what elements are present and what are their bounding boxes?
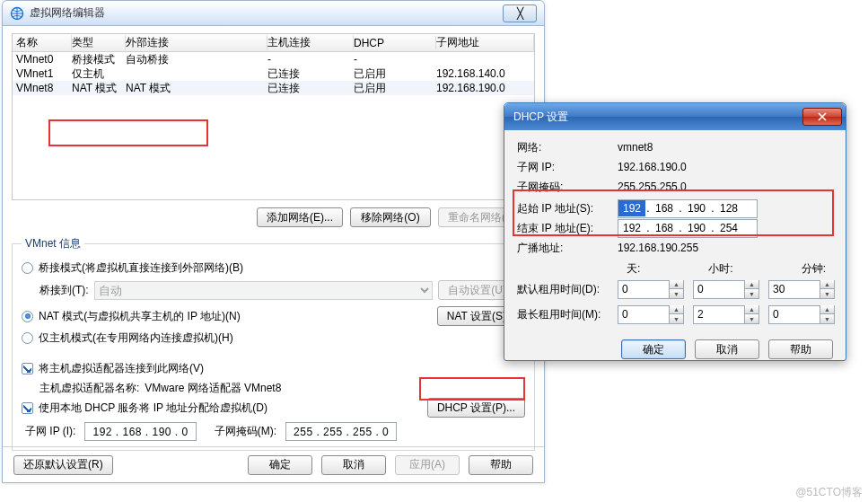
spin-input[interactable]	[769, 306, 820, 322]
spin-up-icon[interactable]: ▲	[820, 280, 834, 289]
radio-bridged[interactable]	[22, 262, 33, 274]
start-ip-input[interactable]: . . .	[618, 199, 758, 218]
subnet-mask-input[interactable]: 255 . 255 . 255 . 0	[285, 422, 397, 441]
spin-input[interactable]	[618, 306, 669, 322]
hours-header: 小时:	[708, 261, 732, 277]
spin-down-icon[interactable]: ▼	[820, 289, 834, 298]
cancel-button[interactable]: 取消	[321, 455, 386, 475]
close-button[interactable]	[802, 108, 842, 126]
checkbox-host-adapter[interactable]	[22, 363, 33, 374]
cell: VMnet0	[16, 53, 72, 66]
ok-button[interactable]: 确定	[248, 455, 312, 475]
remove-network-button[interactable]: 移除网络(O)	[350, 207, 431, 227]
close-window-button[interactable]: ╳	[503, 4, 537, 22]
ip-octet[interactable]	[715, 220, 742, 236]
radio-nat[interactable]	[22, 311, 33, 322]
ip-octet[interactable]	[618, 220, 645, 236]
host-adapter-name-value: VMware 网络适配器 VMnet8	[145, 381, 281, 396]
spin-up-icon[interactable]: ▲	[744, 280, 758, 289]
spin-up-icon[interactable]: ▲	[820, 305, 834, 314]
cell: 自动桥接	[126, 52, 267, 67]
max-lease-hours[interactable]: ▲▼	[693, 305, 759, 324]
popup-ok-button[interactable]: 确定	[621, 339, 686, 359]
spin-up-icon[interactable]: ▲	[669, 280, 683, 289]
cell: 192.168.190.0	[436, 82, 534, 94]
add-network-button[interactable]: 添加网络(E)...	[257, 207, 343, 227]
start-ip-label: 起始 IP 地址(S):	[517, 201, 618, 216]
subnet-ip-input[interactable]: 192 . 168 . 190 . 0	[84, 422, 196, 441]
radio-bridged-label: 桥接模式(将虚拟机直接连接到外部网络)(B)	[39, 260, 243, 276]
col-dhcp: DHCP	[354, 37, 436, 49]
cell: VMnet1	[16, 67, 72, 80]
spin-up-icon[interactable]: ▲	[744, 305, 758, 314]
popup-cancel-button[interactable]: 取消	[695, 339, 759, 359]
spin-up-icon[interactable]: ▲	[669, 305, 683, 314]
bridge-to-label: 桥接到(T):	[39, 283, 89, 298]
checkbox-dhcp[interactable]	[22, 402, 33, 414]
spin-down-icon[interactable]: ▼	[820, 314, 834, 323]
cell: NAT 模式	[126, 81, 267, 96]
cell: 192.168.140.0	[436, 67, 534, 80]
bridge-to-select: 自动	[94, 281, 434, 300]
spin-down-icon[interactable]: ▼	[669, 289, 683, 298]
table-row[interactable]: VMnet0 桥接模式 自动桥接 - -	[13, 52, 534, 66]
end-ip-input[interactable]: . . .	[618, 219, 758, 238]
table-row[interactable]: VMnet8 NAT 模式 NAT 模式 已连接 已启用 192.168.190…	[13, 81, 534, 95]
broadcast-label: 广播地址:	[517, 241, 618, 256]
cell: VMnet8	[16, 82, 72, 94]
fieldset-legend: VMnet 信息	[22, 236, 84, 251]
watermark: @51CTO博客	[795, 485, 863, 500]
col-subnet: 子网地址	[436, 35, 534, 50]
cell: 已连接	[267, 81, 354, 96]
popup-help-button[interactable]: 帮助	[768, 339, 833, 359]
col-host: 主机连接	[267, 35, 354, 50]
cell: 仅主机	[72, 66, 126, 82]
default-lease-hours[interactable]: ▲▼	[693, 280, 759, 299]
col-external: 外部连接	[126, 35, 267, 50]
spin-input[interactable]	[618, 281, 669, 297]
table-row[interactable]: VMnet1 仅主机 已连接 已启用 192.168.140.0	[13, 66, 534, 81]
ip-octet[interactable]	[683, 220, 710, 236]
max-lease-days[interactable]: ▲▼	[618, 305, 684, 324]
network-table[interactable]: 名称 类型 外部连接 主机连接 DHCP 子网地址 VMnet0 桥接模式 自动…	[12, 33, 535, 200]
max-lease-label: 最长租用时间(M):	[517, 307, 609, 322]
subnet-ip-value: 192.168.190.0	[618, 161, 687, 173]
default-lease-minutes[interactable]: ▲▼	[768, 280, 835, 299]
cell: -	[354, 53, 436, 66]
apply-button: 应用(A)	[395, 455, 460, 475]
popup-title: DHCP 设置	[513, 110, 802, 125]
dhcp-settings-dialog: DHCP 设置 网络:vmnet8 子网 IP:192.168.190.0 子网…	[504, 102, 846, 361]
subnet-mask-label: 子网掩码:	[517, 180, 618, 195]
spin-down-icon[interactable]: ▼	[669, 314, 683, 323]
help-button[interactable]: 帮助	[469, 455, 533, 475]
ip-octet[interactable]	[618, 200, 645, 216]
ip-octet[interactable]	[651, 200, 678, 216]
table-header: 名称 类型 外部连接 主机连接 DHCP 子网地址	[13, 34, 534, 52]
spin-down-icon[interactable]: ▼	[744, 289, 758, 298]
subnet-ip-label: 子网 IP:	[517, 160, 618, 175]
spin-down-icon[interactable]: ▼	[744, 314, 758, 323]
radio-hostonly[interactable]	[22, 332, 33, 344]
restore-defaults-button[interactable]: 还原默认设置(R)	[13, 455, 113, 475]
dialog-buttons: 还原默认设置(R) 确定 取消 应用(A) 帮助	[3, 446, 544, 482]
window-title: 虚拟网络编辑器	[30, 5, 499, 21]
dhcp-settings-button[interactable]: DHCP 设置(P)...	[427, 398, 525, 418]
radio-hostonly-label: 仅主机模式(在专用网络内连接虚拟机)(H)	[39, 330, 233, 346]
default-lease-days[interactable]: ▲▼	[618, 280, 684, 299]
broadcast-value: 192.168.190.255	[618, 242, 698, 254]
spin-input[interactable]	[694, 306, 744, 322]
spin-input[interactable]	[694, 281, 744, 297]
max-lease-minutes[interactable]: ▲▼	[768, 305, 835, 324]
subnet-ip-label: 子网 IP (I):	[25, 424, 75, 439]
ip-octet[interactable]	[651, 220, 678, 236]
spin-input[interactable]	[769, 281, 820, 297]
net-label: 网络:	[517, 140, 618, 155]
ip-octet[interactable]	[683, 200, 710, 216]
vmnet-info-fieldset: VMnet 信息 桥接模式(将虚拟机直接连接到外部网络)(B) 桥接到(T): …	[12, 236, 535, 451]
days-header: 天:	[627, 261, 640, 277]
subnet-mask-label: 子网掩码(M):	[215, 424, 276, 439]
ip-octet[interactable]	[715, 200, 742, 216]
col-name: 名称	[16, 35, 72, 50]
checkbox-dhcp-label: 使用本地 DHCP 服务将 IP 地址分配给虚拟机(D)	[39, 401, 267, 416]
default-lease-label: 默认租用时间(D):	[517, 282, 609, 297]
